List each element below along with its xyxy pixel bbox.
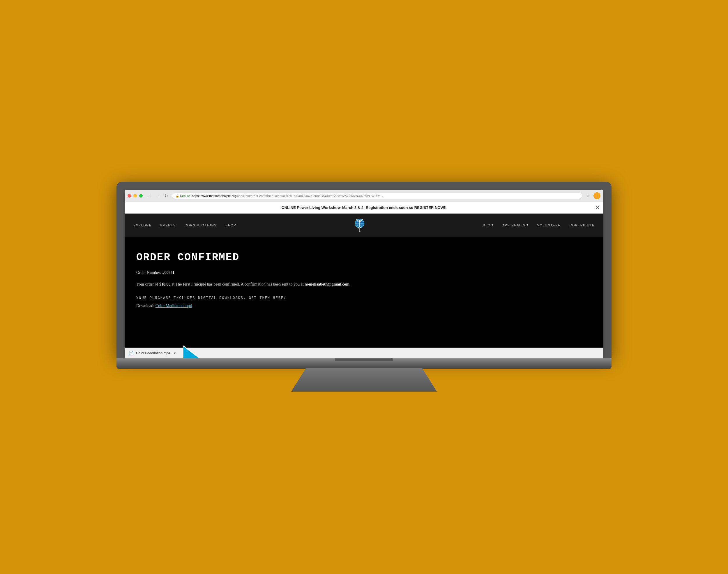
svg-point-8 [359,220,361,222]
back-button[interactable]: ← [147,193,153,199]
nav-item-events[interactable]: EVENTS [160,223,176,227]
order-title: ORDER CONFIRMED [136,251,592,263]
mouse-cursor [183,345,215,358]
order-description-post: . [350,282,351,286]
banner-close-button[interactable]: ✕ [595,205,599,210]
nav-right: BLOG APP:HEALING VOLUNTEER CONTRIBUTE [483,223,595,227]
download-bar: 📄 Color+Meditation.mp4 ▾ [125,347,603,358]
svg-marker-13 [183,345,208,358]
site-logo[interactable] [350,215,370,236]
order-description-mid: at The First Principle has been confirme… [171,282,305,286]
browser-window: ← → ↻ 🔒 Secure https://www.thefirstprinc… [125,190,603,358]
nav-item-shop[interactable]: SHOP [225,223,236,227]
secure-badge: 🔒 Secure [176,194,190,198]
nav-item-consultations[interactable]: CONSULTATIONS [184,223,217,227]
download-filename: Color+Meditation.mp4 [136,351,170,355]
profile-button[interactable] [593,192,600,199]
download-label: Download: [136,303,154,308]
order-description-pre: Your order of [136,282,159,286]
browser-maximize-button[interactable] [139,194,143,198]
svg-point-12 [359,231,360,232]
laptop-base [117,358,611,369]
laptop-hinge [335,358,393,361]
nav-item-explore[interactable]: EXPLORE [133,223,151,227]
site-nav: EXPLORE EVENTS CONSULTATIONS SHOP [125,214,603,237]
refresh-button[interactable]: ↻ [163,193,170,199]
url-display: https://www.thefirstprinciple.org/checko… [192,194,383,198]
browser-navigation: ← → ↻ [147,193,170,199]
order-amount: $10.00 [159,282,171,286]
order-number-value: #00651 [162,271,174,275]
nav-item-blog[interactable]: BLOG [483,223,494,227]
forward-button[interactable]: → [155,193,161,199]
laptop-stand [291,368,437,392]
download-menu-button[interactable]: ▾ [174,351,176,355]
order-description: Your order of $10.00 at The First Princi… [136,281,592,288]
browser-chrome: ← → ↻ 🔒 Secure https://www.thefirstprinc… [125,190,603,202]
url-domain: https://www.thefirstprinciple.org [192,194,236,198]
announcement-banner: ONLINE Power Living Workshop- March 3 & … [125,202,603,214]
download-link[interactable]: Color Meditation.mp4 [155,303,192,308]
laptop-screen-bezel: ← → ↻ 🔒 Secure https://www.thefirstprinc… [117,182,611,358]
secure-label: Secure [180,194,190,198]
address-bar[interactable]: 🔒 Secure https://www.thefirstprinciple.o… [172,193,582,199]
nav-left: EXPLORE EVENTS CONSULTATIONS SHOP [133,223,236,227]
main-content: ORDER CONFIRMED Order Number: #00651 You… [125,237,603,347]
url-path: /checkout/order-confirmed?oid=5a91e97ea9… [236,194,383,198]
browser-minimize-button[interactable] [133,194,137,198]
downloads-title: YOUR PURCHASE INCLUDES DIGITAL DOWNLOADS… [136,296,592,300]
browser-close-button[interactable] [128,194,131,198]
download-file-icon: 📄 [129,351,134,356]
nav-item-apphealing[interactable]: APP:HEALING [502,223,529,227]
bookmark-button[interactable]: ☆ [585,193,591,199]
order-email: nonielisabeth@gmail.com [305,282,350,286]
order-number-label: Order Number: [136,271,161,275]
download-line: Download: Color Meditation.mp4 [136,303,592,308]
lock-icon: 🔒 [176,194,179,198]
nav-item-contribute[interactable]: CONTRIBUTE [569,223,595,227]
announcement-text: ONLINE Power Living Workshop- March 3 & … [282,205,447,210]
nav-item-volunteer[interactable]: VOLUNTEER [537,223,561,227]
order-number-line: Order Number: #00651 [136,271,592,275]
